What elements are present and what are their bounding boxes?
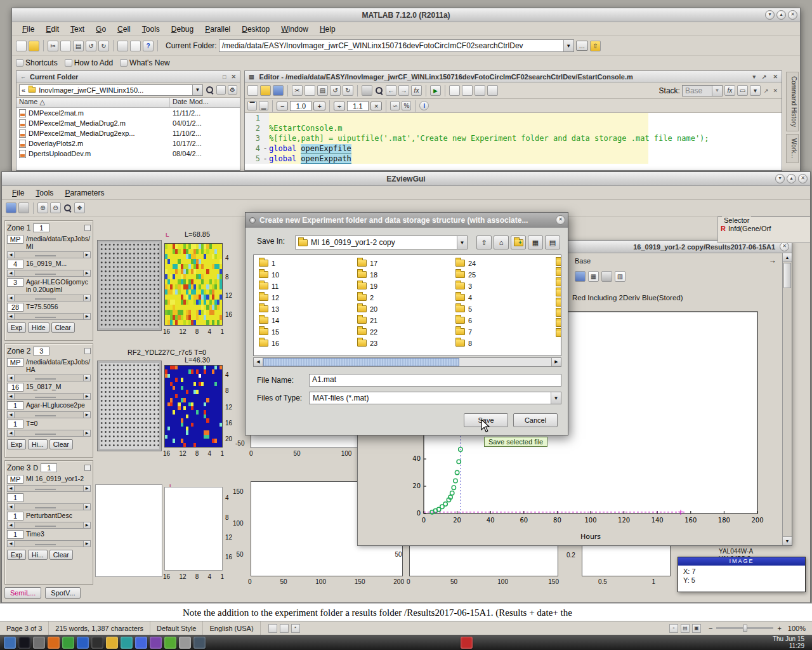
menu-item[interactable]: Go [91, 23, 111, 35]
taskbar-app-icon[interactable] [193, 637, 206, 649]
minimize-button[interactable]: ▾ [765, 10, 775, 20]
zone-scrollbar[interactable]: ◀▶ [7, 411, 91, 418]
menu-item[interactable]: Desktop [237, 23, 275, 35]
zone-corner-icon[interactable] [84, 225, 91, 231]
editor-pane-undock-icon[interactable]: ↗ [763, 88, 770, 94]
menu-item[interactable]: Edit [41, 23, 64, 35]
taskbar-app-icon[interactable] [135, 637, 147, 649]
folder-item[interactable]: 16 [259, 339, 279, 347]
undo-icon[interactable]: ↺ [86, 41, 96, 51]
taskbar-app-icon[interactable] [62, 637, 74, 649]
file-row[interactable]: DMPexcel2mat_MediaDrug2.m 04/01/2... [16, 118, 240, 128]
cell-run-icon[interactable] [462, 85, 473, 96]
file-row[interactable]: DMPexcel2mat.m 11/11/2... [16, 108, 240, 118]
exp-button[interactable]: Exp [7, 322, 26, 333]
run-icon[interactable]: ▶ [430, 85, 441, 96]
zone-field[interactable]: 16 [7, 383, 23, 392]
comment-icon[interactable]: % [402, 101, 411, 110]
folder-item[interactable]: 25 [455, 270, 476, 279]
matlab-titlebar[interactable]: MATLAB 7.12.0 (R2011a) ▾ ▴ ✕ [12, 8, 800, 22]
menu-item[interactable]: Help [315, 23, 341, 35]
folder-item[interactable]: 14 [259, 316, 279, 324]
shortcut-how-to-add[interactable]: How to Add [74, 58, 113, 67]
folder-item[interactable]: 11 [259, 282, 279, 290]
multi-page-view-icon[interactable]: ▤ [681, 624, 690, 633]
open-file-icon[interactable] [29, 41, 39, 51]
file-name-input[interactable]: A1.mat [309, 374, 561, 387]
browse-folder-button[interactable]: ... [576, 41, 588, 51]
zone-scrollbar[interactable]: ◀▶ [7, 503, 91, 510]
combo-dropdown-icon[interactable]: ▼ [563, 40, 573, 51]
increase-button[interactable]: + [313, 102, 325, 110]
folder-item[interactable]: 3 [455, 282, 476, 290]
exp-button[interactable]: Exp [7, 439, 26, 449]
folder-item[interactable]: 18 [357, 270, 377, 279]
results-scrollbar[interactable]: ▲ ▼ [782, 253, 792, 545]
language-selector[interactable]: English (USA) [203, 621, 260, 635]
zone-field[interactable]: 1 [7, 420, 23, 428]
selection-mode-icon[interactable] [280, 624, 289, 633]
folder-item[interactable]: 8 [455, 339, 476, 347]
image-window-title[interactable]: IMAGE [678, 557, 805, 566]
spinner-value-1[interactable]: 1.0 [290, 101, 311, 111]
folder-item[interactable]: 19 [357, 282, 377, 290]
menu-item[interactable]: Window [276, 23, 313, 35]
zone-field[interactable]: MP [7, 358, 23, 367]
magnifier-icon[interactable] [63, 203, 72, 213]
decrease-button[interactable]: − [277, 102, 288, 110]
menu-item[interactable]: File [17, 23, 39, 35]
zone-field[interactable]: 28 [7, 303, 23, 312]
zoom-slider-thumb[interactable] [743, 625, 747, 632]
zone-field[interactable]: 1 [7, 401, 23, 410]
folder-item[interactable]: 7 [455, 328, 476, 336]
maximize-button[interactable]: ▴ [787, 174, 796, 183]
info-icon[interactable]: i [419, 101, 429, 110]
dock-left-icon[interactable]: ← [19, 74, 27, 80]
zone-corner-icon[interactable] [84, 465, 91, 471]
tab-command-history[interactable]: Command History [786, 72, 799, 131]
fx-browser-icon[interactable]: fx [724, 85, 735, 96]
back-icon[interactable]: ← [386, 85, 396, 96]
menu-item[interactable]: Text [65, 23, 89, 35]
list-view-button[interactable]: ▦ [528, 235, 543, 249]
zone-field[interactable]: 4 [7, 260, 23, 269]
combo-dropdown-icon[interactable]: ▼ [457, 236, 467, 249]
stack-combobox[interactable]: Base ▼ [682, 85, 723, 96]
folder-item[interactable]: 17 [357, 259, 377, 267]
scroll-down-icon[interactable]: ▼ [783, 536, 792, 545]
table-view-icon[interactable]: ▦ [588, 271, 599, 282]
spinner-value-2[interactable]: 1.1 [347, 101, 369, 111]
gear-icon[interactable]: ⚙ [228, 85, 237, 95]
folder-item[interactable]: 4 [455, 293, 476, 302]
redo-icon[interactable]: ↻ [98, 41, 109, 51]
zone-index-field[interactable]: 3 [33, 347, 49, 355]
folder-item[interactable]: 13 [259, 305, 279, 313]
folder-breadcrumb-combobox[interactable]: « InovImager_jwrCF_WINLinx150... ▼ [19, 84, 203, 96]
indent-right-icon[interactable]: ▁ [259, 101, 268, 110]
divide-button[interactable]: ÷ [334, 102, 345, 110]
close-button[interactable]: ✕ [788, 10, 797, 20]
compare-icon[interactable] [487, 85, 498, 96]
folder-item[interactable]: 24 [455, 259, 476, 267]
exp-button[interactable]: Exp [7, 550, 26, 560]
search-icon[interactable] [205, 85, 214, 95]
publish-icon[interactable] [475, 85, 485, 96]
code-editor[interactable]: 1 2 %EstartConsole.m 3 [245, 113, 782, 170]
taskbar-app-icon[interactable] [77, 637, 89, 649]
undock-icon[interactable]: □ [221, 74, 227, 80]
clear-button[interactable]: Clear [49, 550, 73, 560]
tray-notification-icon[interactable] [461, 637, 473, 649]
tab-workspace[interactable]: Work... [786, 134, 799, 162]
menu-item[interactable]: File [7, 187, 29, 199]
files-of-type-combobox[interactable]: MAT-files (*.mat) ▼ [309, 392, 561, 404]
single-page-view-icon[interactable]: ▫ [669, 624, 678, 633]
folder-item[interactable]: 5 [455, 305, 476, 313]
zoom-slider[interactable] [716, 627, 773, 629]
menu-item[interactable]: Parameters [60, 187, 109, 199]
home-button[interactable]: ⌂ [494, 235, 509, 249]
save-in-combobox[interactable]: MI 16_0919_yor1-2 copy ▼ [295, 235, 468, 249]
selector-item[interactable]: Infd(Gene/Orf [728, 225, 771, 232]
scroll-thumb[interactable] [263, 358, 459, 366]
zone-field[interactable]: 1 [7, 512, 23, 521]
redo-icon[interactable]: ↻ [343, 85, 353, 96]
